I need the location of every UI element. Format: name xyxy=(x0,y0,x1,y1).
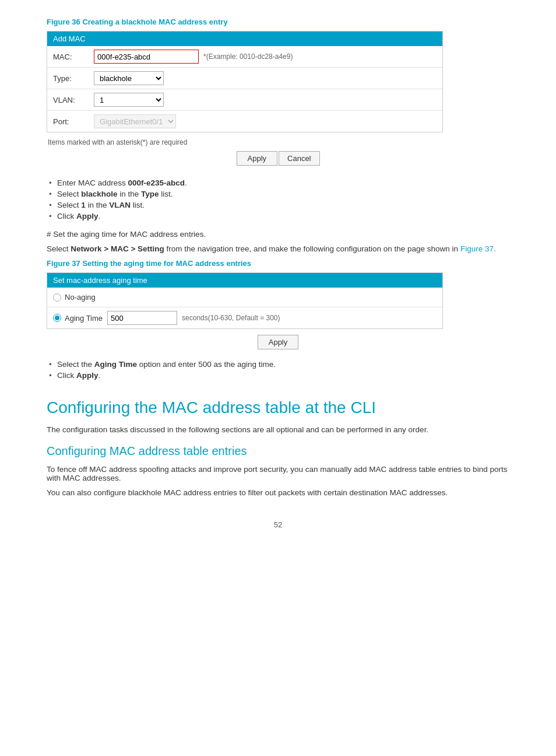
aging-time-input[interactable] xyxy=(107,311,177,325)
aging-time-radio-label[interactable]: Aging Time xyxy=(53,314,103,323)
port-select: GigabitEthernet0/1 xyxy=(94,114,176,128)
bullet-1-1: Enter MAC address 000f-e235-abcd. xyxy=(47,177,509,188)
form1-button-row: Apply Cancel xyxy=(47,151,509,166)
port-label: Port: xyxy=(53,117,94,126)
nav-bold: Network > MAC > Setting xyxy=(71,244,164,253)
bullet-1-3-bold1: 1 xyxy=(81,201,86,209)
aging-time-text: Aging Time xyxy=(65,314,103,323)
form2-button-row: Apply xyxy=(47,335,509,349)
page-number: 52 xyxy=(47,520,509,529)
aging-time-hint: seconds(10-630, Default = 300) xyxy=(182,314,280,322)
aging-time-radio[interactable] xyxy=(53,314,61,322)
figure37-title: Figure 37 Setting the aging time for MAC… xyxy=(47,259,509,268)
vlan-label: VLAN: xyxy=(53,96,94,104)
bullet-2-1: Select the Aging Time option and enter 5… xyxy=(47,359,509,370)
main-section-text: The configuration tasks discussed in the… xyxy=(47,425,509,434)
bullet-1-2-bold2: Type xyxy=(141,190,159,198)
port-row: Port: GigabitEthernet0/1 xyxy=(47,111,442,132)
bullet-2-2-bold: Apply xyxy=(76,371,98,380)
apply-button-1[interactable]: Apply xyxy=(237,151,278,166)
bullet-1-1-bold: 000f-e235-abcd xyxy=(128,178,185,187)
figure36-title: Figure 36 Creating a blackhole MAC addre… xyxy=(47,18,509,26)
mac-label: MAC: xyxy=(53,52,94,61)
bullet-1-4-bold: Apply xyxy=(76,212,98,220)
bullet-1-4: Click Apply. xyxy=(47,211,509,222)
bullet-2-2: Click Apply. xyxy=(47,370,509,381)
cancel-button-1[interactable]: Cancel xyxy=(279,151,319,166)
add-mac-form: Add MAC MAC: *(Example: 0010-dc28-a4e9) … xyxy=(47,31,443,132)
bullet-1-3-bold2: VLAN xyxy=(109,201,131,209)
bullet-1-3: Select 1 in the VLAN list. xyxy=(47,200,509,211)
aging-time-row: Aging Time seconds(10-630, Default = 300… xyxy=(47,307,442,328)
hash-text: # Set the aging time for MAC address ent… xyxy=(47,230,509,239)
type-select[interactable]: blackhole xyxy=(94,71,164,85)
add-mac-form-header: Add MAC xyxy=(47,32,442,46)
main-section-title: Configuring the MAC address table at the… xyxy=(47,398,509,417)
no-aging-text: No-aging xyxy=(65,293,96,302)
nav-instruction: Select Network > MAC > Setting from the … xyxy=(47,244,509,253)
mac-row: MAC: *(Example: 0010-dc28-a4e9) xyxy=(47,46,442,68)
mac-hint: *(Example: 0010-dc28-a4e9) xyxy=(203,52,293,61)
vlan-row: VLAN: 1 xyxy=(47,89,442,111)
sub-section-text2: You can also configure blackhole MAC add… xyxy=(47,488,509,497)
bullet-1-2: Select blackhole in the Type list. xyxy=(47,188,509,200)
no-aging-row: No-aging xyxy=(47,288,442,307)
aging-form-header: Set mac-address aging time xyxy=(47,273,442,288)
bullets-list-2: Select the Aging Time option and enter 5… xyxy=(47,359,509,381)
bullets-list-1: Enter MAC address 000f-e235-abcd. Select… xyxy=(47,177,509,222)
figure37-link[interactable]: Figure 37 xyxy=(460,244,494,253)
sub-section-title: Configuring MAC address table entries xyxy=(47,444,509,458)
apply-button-2[interactable]: Apply xyxy=(258,335,299,349)
aging-form: Set mac-address aging time No-aging Agin… xyxy=(47,272,443,329)
bullet-2-1-bold: Aging Time xyxy=(94,360,137,369)
no-aging-radio-label[interactable]: No-aging xyxy=(53,293,96,302)
no-aging-radio[interactable] xyxy=(53,293,61,302)
asterisk-note: Items marked with an asterisk(*) are req… xyxy=(47,138,509,146)
type-label: Type: xyxy=(53,74,94,83)
vlan-select[interactable]: 1 xyxy=(94,93,164,107)
sub-section-text1: To fence off MAC address spoofing attack… xyxy=(47,465,509,482)
bullet-1-2-bold1: blackhole xyxy=(81,190,117,198)
type-row: Type: blackhole xyxy=(47,68,442,89)
mac-input[interactable] xyxy=(94,50,199,64)
